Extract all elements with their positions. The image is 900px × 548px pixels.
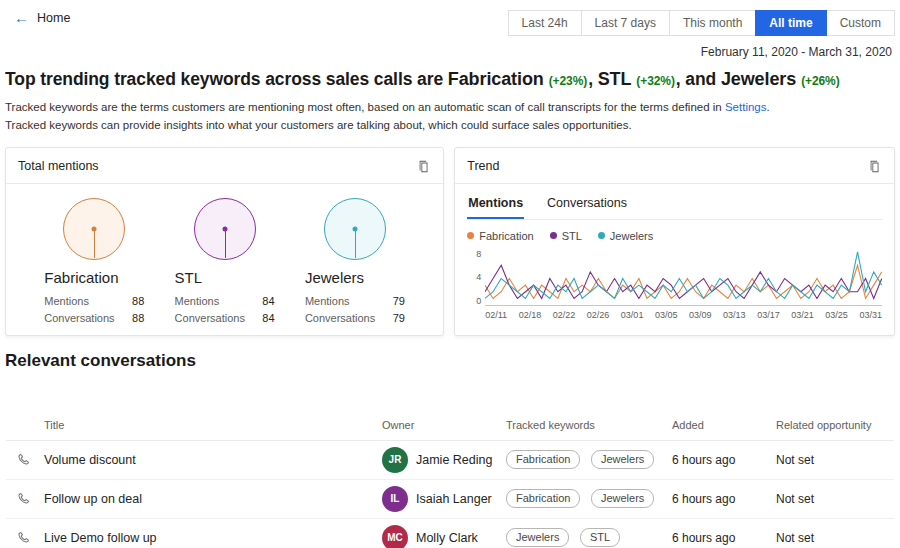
avatar: IL (382, 486, 408, 512)
owner-name: Isaiah Langer (416, 492, 492, 506)
legend-dot (598, 232, 605, 239)
total-mentions-card: Total mentions Fabrication Mentions 88 C… (5, 147, 444, 336)
trend-card: Trend Mentions Conversations Fabrication… (454, 147, 895, 336)
headline-separator-1: , (588, 69, 598, 89)
filter-last-24h[interactable]: Last 24h (508, 10, 582, 36)
bubble-dot (352, 226, 357, 231)
filter-all-time[interactable]: All time (755, 10, 826, 36)
x-tick: 03/05 (655, 310, 678, 320)
avatar: JR (382, 447, 408, 473)
added-cell: 6 hours ago (672, 453, 776, 467)
stl-bubble-icon (194, 198, 256, 260)
phone-icon (16, 491, 44, 506)
keyword-chip: STL (580, 528, 620, 547)
added-cell: 6 hours ago (672, 531, 776, 545)
tab-mentions[interactable]: Mentions (467, 188, 524, 219)
x-tick: 03/13 (723, 310, 746, 320)
headline-keyword-2: STL (598, 69, 632, 89)
table-row[interactable]: Live Demo follow up MC Molly Clark Jewel… (6, 519, 894, 548)
description-line1-period: . (767, 101, 770, 113)
x-tick: 02/11 (485, 310, 507, 320)
settings-link[interactable]: Settings (725, 101, 767, 113)
back-home-link[interactable]: ← Home (14, 10, 70, 25)
trend-chart: 8 4 0 (467, 250, 882, 306)
keyword-name: Fabrication (44, 269, 144, 286)
filter-custom[interactable]: Custom (826, 10, 895, 36)
tab-conversations[interactable]: Conversations (546, 188, 628, 219)
conversations-stat: Conversations 88 (44, 310, 144, 327)
trend-line-chart (485, 250, 882, 306)
keyword-bubbles: Fabrication Mentions 88 Conversations 88… (6, 184, 443, 335)
back-arrow-icon: ← (14, 10, 29, 25)
legend-label: Fabrication (479, 230, 533, 242)
filter-this-month[interactable]: This month (669, 10, 756, 36)
conversations-value: 84 (262, 310, 274, 327)
owner-name: Molly Clark (416, 531, 478, 545)
x-tick: 02/18 (519, 310, 542, 320)
headline-change-2: (+32%) (636, 74, 674, 88)
copy-icon[interactable] (417, 159, 431, 173)
column-related-opportunity: Related opportunity (776, 419, 894, 431)
legend-label: STL (562, 230, 582, 242)
x-tick: 03/17 (757, 310, 780, 320)
mentions-label: Mentions (175, 293, 220, 310)
copy-icon[interactable] (868, 159, 882, 173)
added-cell: 6 hours ago (672, 492, 776, 506)
mentions-stat: Mentions 88 (44, 293, 144, 310)
legend-item-fabrication: Fabrication (467, 230, 533, 242)
x-axis-labels: 02/11 02/18 02/22 02/26 03/01 03/05 03/0… (485, 306, 882, 329)
avatar: MC (382, 525, 408, 548)
conversation-title: Volume discount (44, 453, 382, 467)
legend-dot (550, 232, 557, 239)
conversations-label: Conversations (305, 310, 375, 327)
bubble-dot (92, 226, 97, 231)
keyword-chip: Jewelers (591, 489, 654, 508)
owner-cell: IL Isaiah Langer (382, 486, 506, 512)
column-title: Title (44, 419, 382, 431)
y-axis-labels: 8 4 0 (467, 250, 485, 306)
jewelers-bubble-icon (324, 198, 386, 260)
column-added: Added (672, 419, 776, 431)
conversations-value: 88 (132, 310, 144, 327)
y-tick: 0 (467, 297, 481, 306)
keyword-chip: Fabrication (506, 489, 580, 508)
mentions-label: Mentions (305, 293, 350, 310)
total-mentions-card-title: Total mentions (18, 159, 99, 173)
conversations-stat: Conversations 84 (175, 310, 275, 327)
table-row[interactable]: Volume discount JR Jamie Reding Fabricat… (6, 441, 894, 480)
headline-change-1: (+23%) (549, 74, 587, 88)
keyword-name: Jewelers (305, 269, 405, 286)
phone-icon (16, 530, 44, 545)
x-tick: 03/31 (859, 310, 882, 320)
topbar: ← Home Last 24h Last 7 days This month A… (0, 0, 900, 36)
column-tracked-keywords: Tracked keywords (506, 419, 672, 431)
keyword-chip: Fabrication (506, 450, 580, 469)
keyword-chips: Jewelers STL (506, 528, 672, 547)
trend-card-header: Trend (455, 148, 894, 184)
total-mentions-card-header: Total mentions (6, 148, 443, 184)
table-row[interactable]: Follow up on deal IL Isaiah Langer Fabri… (6, 480, 894, 519)
legend-dot (467, 232, 474, 239)
headline-prefix: Top trending tracked keywords across sal… (5, 69, 448, 89)
description-line2-text: Tracked keywords can provide insights in… (5, 119, 632, 131)
description: Tracked keywords are the terms customers… (5, 99, 890, 135)
headline: Top trending tracked keywords across sal… (5, 69, 890, 90)
mentions-stat: Mentions 84 (175, 293, 275, 310)
column-owner: Owner (382, 419, 506, 431)
conversation-title: Live Demo follow up (44, 531, 382, 545)
bubble-dot (222, 226, 227, 231)
headline-keyword-1: Fabrication (448, 69, 544, 89)
phone-icon (16, 452, 44, 467)
section-title-relevant-conversations: Relevant conversations (5, 351, 900, 371)
home-label: Home (37, 11, 70, 25)
x-tick: 03/01 (621, 310, 644, 320)
cards-row: Total mentions Fabrication Mentions 88 C… (5, 147, 895, 336)
headline-keyword-3: Jewelers (721, 69, 796, 89)
legend-item-jewelers: Jewelers (598, 230, 653, 242)
keyword-chips: Fabrication Jewelers (506, 450, 672, 469)
filter-last-7-days[interactable]: Last 7 days (581, 10, 670, 36)
trend-card-title: Trend (467, 159, 499, 173)
owner-name: Jamie Reding (416, 453, 492, 467)
conversations-label: Conversations (175, 310, 245, 327)
related-opportunity-cell: Not set (776, 453, 894, 467)
